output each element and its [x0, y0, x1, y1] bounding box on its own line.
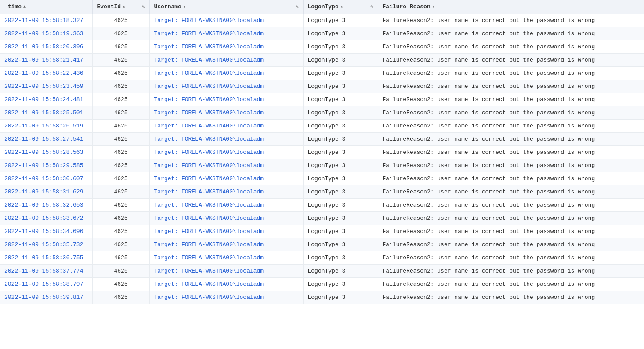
- sort-both-icon-logontype[interactable]: ⇕: [340, 4, 343, 10]
- cell-failure: FailureReason2: user name is correct but…: [378, 27, 644, 40]
- edit-icon-eventid[interactable]: ✎: [142, 4, 145, 10]
- cell-username: Target: FORELA-WKSTNA00\localadm: [149, 40, 303, 54]
- column-label-eventid: EventId: [97, 4, 121, 10]
- table-row[interactable]: 2022-11-09 15:58:34.6964625Target: FOREL…: [0, 225, 644, 238]
- cell-time: 2022-11-09 15:58:32.653: [0, 199, 92, 212]
- table-row[interactable]: 2022-11-09 15:58:19.3634625Target: FOREL…: [0, 27, 644, 40]
- cell-time: 2022-11-09 15:58:34.696: [0, 225, 92, 238]
- table-row[interactable]: 2022-11-09 15:58:30.6074625Target: FOREL…: [0, 172, 644, 185]
- cell-username: Target: FORELA-WKSTNA00\localadm: [149, 159, 303, 172]
- column-label-time: _time: [4, 4, 22, 10]
- table-row[interactable]: 2022-11-09 15:58:35.7324625Target: FOREL…: [0, 238, 644, 251]
- edit-icon-logontype[interactable]: ✎: [370, 4, 373, 10]
- cell-time: 2022-11-09 15:58:18.327: [0, 14, 92, 27]
- cell-eventid: 4625: [92, 172, 149, 185]
- edit-icon-username[interactable]: ✎: [296, 4, 299, 10]
- table-row[interactable]: 2022-11-09 15:58:29.5854625Target: FOREL…: [0, 159, 644, 172]
- table-row[interactable]: 2022-11-09 15:58:38.7974625Target: FOREL…: [0, 278, 644, 291]
- cell-failure: FailureReason2: user name is correct but…: [378, 199, 644, 212]
- cell-time: 2022-11-09 15:58:28.563: [0, 146, 92, 159]
- sort-asc-icon[interactable]: ▲: [23, 4, 26, 9]
- column-header-username[interactable]: Username ⇕ ✎: [149, 0, 303, 14]
- cell-username: Target: FORELA-WKSTNA00\localadm: [149, 80, 303, 93]
- cell-failure: FailureReason2: user name is correct but…: [378, 120, 644, 133]
- cell-failure: FailureReason2: user name is correct but…: [378, 14, 644, 27]
- cell-failure: FailureReason2: user name is correct but…: [378, 93, 644, 106]
- table-row[interactable]: 2022-11-09 15:58:23.4594625Target: FOREL…: [0, 80, 644, 93]
- cell-eventid: 4625: [92, 14, 149, 27]
- table-row[interactable]: 2022-11-09 15:58:18.3274625Target: FOREL…: [0, 14, 644, 27]
- sort-both-icon-failure[interactable]: ⇕: [432, 4, 435, 10]
- table-row[interactable]: 2022-11-09 15:58:32.6534625Target: FOREL…: [0, 199, 644, 212]
- cell-time: 2022-11-09 15:58:21.417: [0, 54, 92, 67]
- cell-failure: FailureReason2: user name is correct but…: [378, 238, 644, 251]
- table-row[interactable]: 2022-11-09 15:58:37.7744625Target: FOREL…: [0, 265, 644, 278]
- table-row[interactable]: 2022-11-09 15:58:28.5634625Target: FOREL…: [0, 146, 644, 159]
- cell-eventid: 4625: [92, 251, 149, 265]
- column-header-time[interactable]: _time ▲: [0, 0, 92, 14]
- table-row[interactable]: 2022-11-09 15:58:21.4174625Target: FOREL…: [0, 54, 644, 67]
- sort-both-icon-eventid[interactable]: ⇕: [123, 4, 125, 10]
- cell-logontype: LogonType 3: [303, 40, 378, 54]
- cell-eventid: 4625: [92, 265, 149, 278]
- table-row[interactable]: 2022-11-09 15:58:20.3964625Target: FOREL…: [0, 40, 644, 54]
- cell-failure: FailureReason2: user name is correct but…: [378, 133, 644, 146]
- cell-username: Target: FORELA-WKSTNA00\localadm: [149, 278, 303, 291]
- cell-eventid: 4625: [92, 159, 149, 172]
- cell-logontype: LogonType 3: [303, 106, 378, 120]
- cell-eventid: 4625: [92, 225, 149, 238]
- data-table-container: _time ▲ EventId ⇕ ✎ Username ⇕ ✎: [0, 0, 644, 349]
- results-table: _time ▲ EventId ⇕ ✎ Username ⇕ ✎: [0, 0, 644, 304]
- table-row[interactable]: 2022-11-09 15:58:27.5414625Target: FOREL…: [0, 133, 644, 146]
- cell-eventid: 4625: [92, 212, 149, 225]
- cell-failure: FailureReason2: user name is correct but…: [378, 40, 644, 54]
- cell-failure: FailureReason2: user name is correct but…: [378, 265, 644, 278]
- table-row[interactable]: 2022-11-09 15:58:24.4814625Target: FOREL…: [0, 93, 644, 106]
- cell-time: 2022-11-09 15:58:37.774: [0, 265, 92, 278]
- cell-time: 2022-11-09 15:58:38.797: [0, 278, 92, 291]
- cell-time: 2022-11-09 15:58:30.607: [0, 172, 92, 185]
- cell-eventid: 4625: [92, 54, 149, 67]
- column-label-logontype: LogonType: [308, 4, 339, 10]
- column-header-logontype[interactable]: LogonType ⇕ ✎: [303, 0, 378, 14]
- cell-logontype: LogonType 3: [303, 225, 378, 238]
- cell-time: 2022-11-09 15:58:26.519: [0, 120, 92, 133]
- table-row[interactable]: 2022-11-09 15:58:31.6294625Target: FOREL…: [0, 185, 644, 199]
- table-row[interactable]: 2022-11-09 15:58:25.5014625Target: FOREL…: [0, 106, 644, 120]
- column-header-eventid[interactable]: EventId ⇕ ✎: [92, 0, 149, 14]
- cell-failure: FailureReason2: user name is correct but…: [378, 291, 644, 304]
- cell-failure: FailureReason2: user name is correct but…: [378, 67, 644, 80]
- cell-time: 2022-11-09 15:58:24.481: [0, 93, 92, 106]
- cell-logontype: LogonType 3: [303, 172, 378, 185]
- cell-failure: FailureReason2: user name is correct but…: [378, 225, 644, 238]
- table-row[interactable]: 2022-11-09 15:58:39.8174625Target: FOREL…: [0, 291, 644, 304]
- cell-eventid: 4625: [92, 185, 149, 199]
- cell-logontype: LogonType 3: [303, 185, 378, 199]
- cell-logontype: LogonType 3: [303, 120, 378, 133]
- table-row[interactable]: 2022-11-09 15:58:36.7554625Target: FOREL…: [0, 251, 644, 265]
- cell-eventid: 4625: [92, 291, 149, 304]
- cell-eventid: 4625: [92, 120, 149, 133]
- cell-time: 2022-11-09 15:58:22.436: [0, 67, 92, 80]
- cell-time: 2022-11-09 15:58:39.817: [0, 291, 92, 304]
- cell-username: Target: FORELA-WKSTNA00\localadm: [149, 133, 303, 146]
- table-row[interactable]: 2022-11-09 15:58:22.4364625Target: FOREL…: [0, 67, 644, 80]
- cell-username: Target: FORELA-WKSTNA00\localadm: [149, 146, 303, 159]
- cell-logontype: LogonType 3: [303, 291, 378, 304]
- cell-username: Target: FORELA-WKSTNA00\localadm: [149, 199, 303, 212]
- table-row[interactable]: 2022-11-09 15:58:26.5194625Target: FOREL…: [0, 120, 644, 133]
- cell-eventid: 4625: [92, 278, 149, 291]
- cell-failure: FailureReason2: user name is correct but…: [378, 146, 644, 159]
- table-header-row: _time ▲ EventId ⇕ ✎ Username ⇕ ✎: [0, 0, 644, 14]
- cell-time: 2022-11-09 15:58:29.585: [0, 159, 92, 172]
- cell-username: Target: FORELA-WKSTNA00\localadm: [149, 251, 303, 265]
- cell-logontype: LogonType 3: [303, 93, 378, 106]
- cell-eventid: 4625: [92, 40, 149, 54]
- sort-both-icon-username[interactable]: ⇕: [183, 4, 186, 10]
- cell-time: 2022-11-09 15:58:33.672: [0, 212, 92, 225]
- table-row[interactable]: 2022-11-09 15:58:33.6724625Target: FOREL…: [0, 212, 644, 225]
- cell-username: Target: FORELA-WKSTNA00\localadm: [149, 291, 303, 304]
- column-header-failure[interactable]: Failure Reason ⇕: [378, 0, 644, 14]
- cell-username: Target: FORELA-WKSTNA00\localadm: [149, 54, 303, 67]
- cell-time: 2022-11-09 15:58:35.732: [0, 238, 92, 251]
